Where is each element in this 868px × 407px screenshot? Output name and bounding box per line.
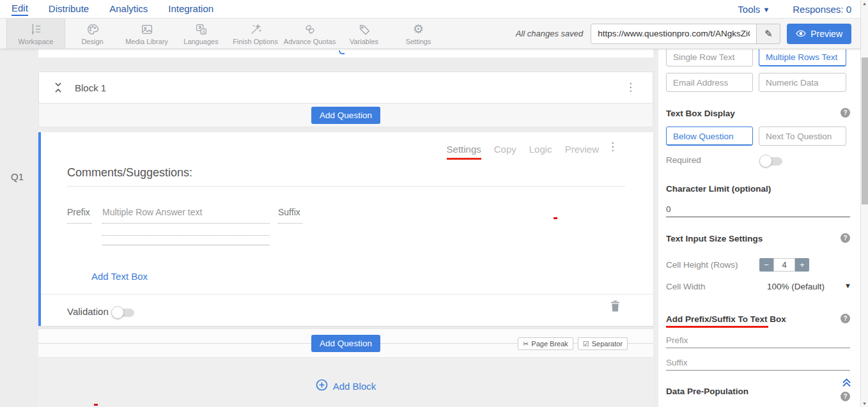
type-single-row-text-button[interactable]: Single Row Text (666, 47, 753, 66)
type-multiple-rows-text-button[interactable]: Multiple Rows Text (759, 47, 846, 66)
editor-toolbar: Workspace Design Media Library A Lan (0, 19, 860, 49)
add-question-button-bottom[interactable]: Add Question (311, 335, 380, 352)
eye-icon (796, 29, 806, 39)
toggle-knob (759, 155, 772, 167)
toolbar-variables-button[interactable]: Variables (337, 19, 391, 49)
question-card[interactable]: Settings Copy Logic Preview ⋮ Comments/S… (38, 132, 653, 326)
question-menu-icon[interactable]: ⋮ (607, 142, 618, 151)
cell-height-value[interactable]: 4 (773, 258, 795, 272)
survey-url-group: ✎ (591, 24, 780, 44)
block-title[interactable]: Block 1 (75, 82, 106, 93)
clipped-row-above (38, 49, 653, 58)
cell-width-select[interactable]: 100% (Default) (767, 282, 825, 291)
toolbar-settings-button[interactable]: ⚙ Settings (391, 19, 446, 49)
toolbar-finish-options-button[interactable]: Finish Options (228, 19, 283, 49)
scroll-to-top-icon[interactable] (841, 377, 852, 390)
answer-row-line-3 (102, 245, 270, 245)
decrement-button[interactable]: − (759, 258, 773, 272)
chain-link-icon (303, 22, 317, 36)
toolbar-button-label: Languages (183, 38, 218, 45)
type-numeric-data-button[interactable]: Numeric Data (759, 73, 846, 92)
toolbar-languages-button[interactable]: A Languages (174, 19, 228, 49)
cell-height-stepper: − 4 + (759, 258, 809, 272)
display-next-to-question-button[interactable]: Next To Question (759, 127, 846, 146)
question-settings-panel: Single Row Text Multiple Rows Text Email… (658, 49, 860, 407)
survey-canvas: Block 1 ⋮ Add Question Settings Copy Log… (38, 49, 653, 407)
nav-item-analytics[interactable]: Analytics (109, 3, 148, 15)
suffix-inline-label[interactable]: Suffix (278, 207, 302, 224)
add-question-row-top: Add Question (38, 104, 653, 127)
block-header: Block 1 ⋮ (38, 72, 653, 104)
toolbar-button-label: Finish Options (233, 38, 277, 45)
validation-divider (41, 294, 653, 295)
canvas-footer: Add Block (38, 358, 653, 407)
block-menu-icon[interactable]: ⋮ (625, 83, 636, 92)
svg-text:A: A (202, 29, 205, 33)
toolbar-button-label: Design (81, 38, 103, 45)
answer-textbox-placeholder[interactable]: Multiple Row Answer text (102, 207, 270, 224)
text-box-display-title: Text Box Display (666, 109, 735, 118)
required-toggle[interactable] (761, 157, 782, 165)
chevron-down-icon[interactable]: ▼ (844, 282, 851, 289)
edit-url-button[interactable]: ✎ (757, 24, 780, 44)
preview-button[interactable]: Preview (787, 24, 851, 44)
toolbar-workspace-button[interactable]: Workspace (6, 19, 65, 49)
vertical-scrollbar[interactable]: ▲ ▼ (860, 0, 868, 407)
separator-button[interactable]: ☑ Separator (578, 337, 628, 350)
help-icon[interactable]: ? (841, 233, 850, 243)
tab-logic[interactable]: Logic (529, 144, 552, 160)
scroll-up-arrow-icon[interactable]: ▲ (862, 1, 867, 6)
question-title[interactable]: Comments/Suggestions: (67, 166, 192, 180)
red-artifact (94, 404, 98, 406)
page-break-button[interactable]: ✂ Page Break (518, 337, 573, 350)
type-email-address-button[interactable]: Email Address (666, 73, 753, 92)
display-below-question-button[interactable]: Below Question (666, 127, 753, 146)
scroll-down-arrow-icon[interactable]: ▼ (862, 401, 867, 406)
suffix-input-underline (666, 370, 850, 371)
toolbar-design-button[interactable]: Design (65, 19, 120, 49)
toggle-knob (111, 306, 124, 319)
add-question-button-top[interactable]: Add Question (311, 107, 380, 124)
tools-menu[interactable]: Tools ▼ (738, 4, 770, 15)
delete-question-icon[interactable] (610, 300, 620, 314)
suffix-input[interactable]: Suffix (666, 358, 688, 367)
tab-preview[interactable]: Preview (565, 144, 599, 160)
responses-count[interactable]: Responses: 0 (793, 4, 851, 15)
toolbar-button-label: Settings (406, 38, 431, 45)
help-icon[interactable]: ? (841, 392, 850, 401)
nav-item-edit[interactable]: Edit (12, 3, 28, 16)
cell-width-label: Cell Width (666, 282, 706, 291)
question-title-divider (67, 186, 625, 187)
questionpro-survey-editor: { "colors": { "accent_blue": "#3d7edf", … (0, 0, 868, 407)
toolbar-media-library-button[interactable]: Media Library (120, 19, 174, 49)
prefix-inline-label[interactable]: Prefix (67, 207, 92, 224)
scrollbar-thumb[interactable] (862, 58, 868, 204)
help-icon[interactable]: ? (841, 314, 850, 323)
required-label: Required (666, 155, 701, 165)
nav-item-integration[interactable]: Integration (168, 3, 213, 15)
nav-item-distribute[interactable]: Distribute (49, 3, 89, 15)
prefix-input[interactable]: Prefix (666, 335, 688, 345)
validation-toggle[interactable] (112, 309, 134, 317)
image-icon (140, 22, 154, 36)
add-text-box-link[interactable]: Add Text Box (91, 271, 148, 282)
add-block-button[interactable]: Add Block (38, 379, 653, 394)
help-icon[interactable]: ? (841, 108, 850, 118)
validation-label: Validation (67, 306, 109, 317)
survey-url-input[interactable] (591, 24, 757, 44)
increment-button[interactable]: + (795, 258, 809, 272)
toolbar-right: All changes saved ✎ Preview (516, 19, 860, 49)
separator-label: Separator (592, 340, 623, 348)
scissors-icon: ✂ (523, 340, 529, 348)
collapse-block-icon[interactable] (54, 82, 62, 96)
insert-options: ✂ Page Break ☑ Separator (518, 337, 628, 350)
top-nav: Edit Distribute Analytics Integration To… (0, 0, 860, 19)
character-limit-input[interactable]: 0 (666, 204, 671, 214)
character-limit-underline (666, 217, 850, 217)
toolbar-advance-quotas-button[interactable]: Advance Quotas (283, 19, 337, 49)
red-artifact (554, 217, 557, 219)
prefix-input-underline (666, 348, 850, 348)
tab-copy[interactable]: Copy (494, 144, 516, 160)
answer-row: Prefix Multiple Row Answer text Suffix (67, 207, 302, 224)
tab-settings[interactable]: Settings (447, 144, 481, 160)
